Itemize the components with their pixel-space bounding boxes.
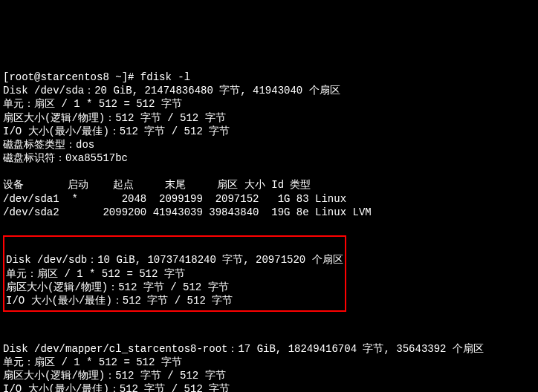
disk-sda-identifier: 磁盘标识符：0xa85517bc — [3, 152, 128, 164]
disk-sda-label-type: 磁盘标签类型：dos — [3, 139, 94, 151]
disk-sda-header: Disk /dev/sda：20 GiB, 21474836480 字节, 41… — [3, 85, 340, 97]
command-text: fdisk -l — [140, 71, 190, 83]
disk-sdb-header: Disk /dev/sdb：10 GiB, 10737418240 字节, 20… — [6, 254, 343, 266]
disk-mapper-root-io-size: I/O 大小(最小/最佳)：512 字节 / 512 字节 — [3, 383, 230, 392]
disk-sdb-io-size: I/O 大小(最小/最佳)：512 字节 / 512 字节 — [6, 295, 233, 307]
prompt-line[interactable]: [root@starcentos8 ~]# fdisk -l — [3, 71, 190, 83]
disk-sda-sector-size: 扇区大小(逻辑/物理)：512 字节 / 512 字节 — [3, 112, 226, 124]
disk-sda-io-size: I/O 大小(最小/最佳)：512 字节 / 512 字节 — [3, 125, 230, 137]
disk-mapper-root-units: 单元：扇区 / 1 * 512 = 512 字节 — [3, 356, 182, 368]
partition-row: /dev/sda1 * 2048 2099199 2097152 1G 83 L… — [3, 193, 346, 205]
disk-mapper-root-sector-size: 扇区大小(逻辑/物理)：512 字节 / 512 字节 — [3, 370, 226, 382]
highlighted-section: Disk /dev/sdb：10 GiB, 10737418240 字节, 20… — [3, 235, 346, 312]
partition-table-header: 设备 启动 起点 末尾 扇区 大小 Id 类型 — [3, 179, 311, 191]
shell-prompt: [root@starcentos8 ~]# — [3, 71, 140, 83]
disk-sdb-sector-size: 扇区大小(逻辑/物理)：512 字节 / 512 字节 — [6, 281, 229, 293]
disk-sda-units: 单元：扇区 / 1 * 512 = 512 字节 — [3, 98, 182, 110]
disk-sdb-units: 单元：扇区 / 1 * 512 = 512 字节 — [6, 268, 185, 280]
disk-mapper-root-header: Disk /dev/mapper/cl_starcentos8-root：17 … — [3, 343, 484, 355]
terminal-output: [root@starcentos8 ~]# fdisk -l Disk /dev… — [3, 57, 535, 392]
partition-row: /dev/sda2 2099200 41943039 39843840 19G … — [3, 206, 372, 218]
